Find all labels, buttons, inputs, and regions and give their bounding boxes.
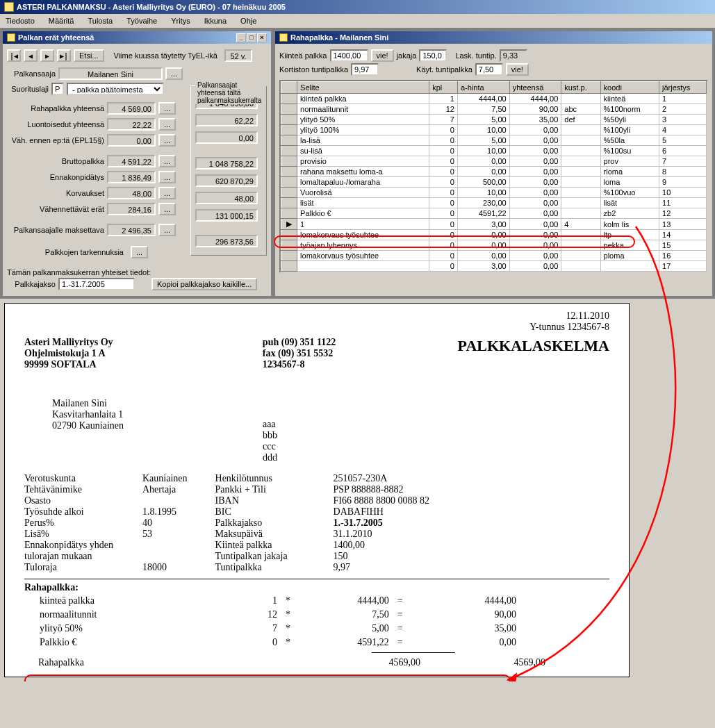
cell-jarjestys[interactable]: 14 [659, 230, 707, 240]
cell-jarjestys[interactable]: 7 [659, 156, 707, 167]
grid-row[interactable]: kiinteä palkka 1 4444,00 4444,00 kiinteä… [281, 94, 707, 104]
cell-koodi[interactable]: %100vuo [600, 188, 659, 198]
cell-kpl[interactable]: 0 [429, 177, 458, 188]
cell-koodi[interactable]: prov [600, 156, 659, 167]
max-button[interactable]: □ [247, 33, 256, 42]
cell-selite[interactable]: lomakorvaus työsuhtee [297, 230, 429, 240]
cell-koodi[interactable]: loma [600, 177, 659, 188]
cell-selite[interactable]: rahana maksettu loma-a [297, 167, 429, 177]
menu-tiedosto[interactable]: Tiedosto [3, 15, 38, 26]
cell-ahinta[interactable]: 5,00 [457, 115, 509, 125]
grid-row[interactable]: ▶ 1 0 3,00 0,00 4 kolm lis 13 [281, 219, 707, 230]
cell-ahinta[interactable]: 0,00 [457, 240, 509, 251]
palkkajakso-input[interactable] [58, 278, 135, 290]
cell-ahinta[interactable]: 230,00 [457, 198, 509, 208]
cell-jarjestys[interactable]: 8 [659, 167, 707, 177]
cell-kustp[interactable]: 4 [561, 219, 600, 230]
cell-yhteensa[interactable]: 0,00 [509, 156, 561, 167]
cell-yhteensa[interactable]: 0,00 [509, 208, 561, 219]
cell-kustp[interactable] [561, 94, 600, 104]
cell-yhteensa[interactable]: 0,00 [509, 240, 561, 251]
cell-koodi[interactable]: %50la [600, 135, 659, 146]
cell-kustp[interactable] [561, 177, 600, 188]
cell-kpl[interactable]: 0 [429, 240, 458, 251]
cell-jarjestys[interactable]: 12 [659, 208, 707, 219]
cell-jarjestys[interactable]: 10 [659, 188, 707, 198]
cell-jarjestys[interactable]: 9 [659, 177, 707, 188]
cell-yhteensa[interactable]: 0,00 [509, 198, 561, 208]
summary-edit-button[interactable]: ... [158, 203, 176, 215]
cell-jarjestys[interactable]: 3 [659, 115, 707, 125]
cell-yhteensa[interactable]: 0,00 [509, 261, 561, 272]
kortiston-input[interactable] [351, 63, 379, 76]
vie-button-1[interactable]: vie! [371, 49, 394, 62]
cell-ahinta[interactable]: 0,00 [457, 156, 509, 167]
grid-header[interactable]: a-hinta [457, 82, 509, 94]
cell-jarjestys[interactable]: 17 [659, 261, 707, 272]
cell-kustp[interactable] [561, 167, 600, 177]
cell-yhteensa[interactable]: 0,00 [509, 251, 561, 261]
cell-kustp[interactable]: abc [561, 104, 600, 115]
cell-yhteensa[interactable]: 0,00 [509, 125, 561, 135]
cell-jarjestys[interactable]: 11 [659, 198, 707, 208]
cell-ahinta[interactable]: 10,00 [457, 125, 509, 135]
nav-last[interactable]: ▶| [57, 49, 71, 62]
grid-row[interactable]: ylityö 50% 7 5,00 35,00 def %50yli 3 [281, 115, 707, 125]
cell-koodi[interactable]: %100yli [600, 125, 659, 135]
cell-ahinta[interactable]: 10,00 [457, 188, 509, 198]
kayt-tuntip-input[interactable] [475, 63, 503, 76]
palkkojen-tarkennuksia-button[interactable]: ... [131, 246, 148, 258]
cell-ahinta[interactable]: 3,00 [457, 219, 509, 230]
menu-ikkuna[interactable]: Ikkuna [202, 15, 229, 26]
cell-selite[interactable]: la-lisä [297, 135, 429, 146]
grid-row[interactable]: lomakorvaus työsuhtee 0 0,00 0,00 ltp 14 [281, 230, 707, 240]
cell-selite[interactable]: lomaltapaluu-/lomaraha [297, 177, 429, 188]
cell-selite[interactable]: lomakorvaus työsuhtee [297, 251, 429, 261]
cell-kpl[interactable]: 0 [429, 125, 458, 135]
cell-selite[interactable]: kiinteä palkka [297, 94, 429, 104]
cell-kustp[interactable] [561, 208, 600, 219]
cell-selite[interactable]: 1 [297, 219, 429, 230]
summary-edit-button[interactable]: ... [158, 224, 176, 236]
grid-header[interactable]: Selite [297, 82, 429, 94]
cell-jarjestys[interactable]: 16 [659, 251, 707, 261]
cell-ahinta[interactable]: 0,00 [457, 167, 509, 177]
cell-selite[interactable]: työajan lyhennys [297, 240, 429, 251]
cell-kustp[interactable] [561, 230, 600, 240]
cell-selite[interactable]: lisät [297, 198, 429, 208]
cell-kpl[interactable]: 0 [429, 230, 458, 240]
grid-row[interactable]: su-lisä 0 10,00 0,00 %100su 6 [281, 146, 707, 156]
suorituslaji-select[interactable]: - palkka päätoimesta [67, 83, 164, 95]
cell-yhteensa[interactable]: 0,00 [509, 167, 561, 177]
cell-kpl[interactable]: 0 [429, 219, 458, 230]
cell-kpl[interactable]: 0 [429, 156, 458, 167]
cell-koodi[interactable]: kolm lis [600, 219, 659, 230]
cell-koodi[interactable]: %100su [600, 146, 659, 156]
cell-kustp[interactable] [561, 146, 600, 156]
cell-selite[interactable]: su-lisä [297, 146, 429, 156]
grid-header[interactable]: yhteensä [509, 82, 561, 94]
cell-selite[interactable]: provisio [297, 156, 429, 167]
menu-ohje[interactable]: Ohje [238, 15, 259, 26]
grid-row[interactable]: provisio 0 0,00 0,00 prov 7 [281, 156, 707, 167]
grid-row[interactable]: Palkkio € 0 4591,22 0,00 zb2 12 [281, 208, 707, 219]
cell-yhteensa[interactable]: 0,00 [509, 219, 561, 230]
cell-jarjestys[interactable]: 2 [659, 104, 707, 115]
cell-yhteensa[interactable]: 0,00 [509, 177, 561, 188]
cell-kustp[interactable]: def [561, 115, 600, 125]
cell-koodi[interactable]: kiinteä [600, 94, 659, 104]
kopioi-button[interactable]: Kopioi palkkajakso kaikille... [151, 278, 257, 290]
grid-header[interactable]: koodi [600, 82, 659, 94]
grid-row[interactable]: Vuorolisä 0 10,00 0,00 %100vuo 10 [281, 188, 707, 198]
cell-kustp[interactable] [561, 261, 600, 272]
cell-yhteensa[interactable]: 0,00 [509, 146, 561, 156]
cell-kustp[interactable] [561, 188, 600, 198]
summary-edit-button[interactable]: ... [158, 102, 176, 115]
summary-edit-button[interactable]: ... [158, 171, 176, 183]
cell-jarjestys[interactable]: 6 [659, 146, 707, 156]
nav-next[interactable]: ▶ [40, 49, 54, 62]
cell-ahinta[interactable]: 5,00 [457, 135, 509, 146]
grid-row[interactable]: 0 3,00 0,00 17 [281, 261, 707, 272]
cell-koodi[interactable] [600, 261, 659, 272]
cell-koodi[interactable]: ploma [600, 251, 659, 261]
